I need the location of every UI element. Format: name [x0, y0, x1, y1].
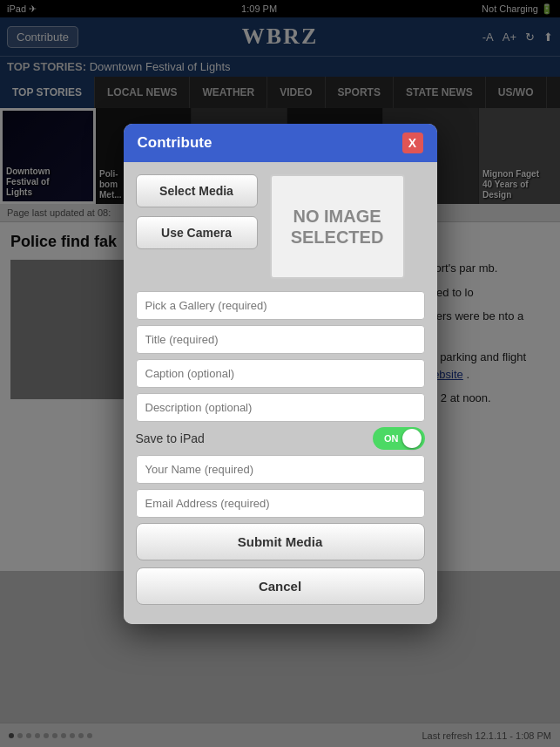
modal-close-button[interactable]: X	[402, 132, 423, 153]
toggle-on-label: ON	[384, 433, 399, 444]
modal-body: Select Media Use Camera NO IMAGE SELECTE…	[124, 162, 437, 624]
no-image-line2: SELECTED	[291, 227, 384, 248]
save-to-ipad-label: Save to iPad	[136, 431, 205, 445]
save-to-ipad-row: Save to iPad ON	[136, 427, 425, 450]
save-toggle[interactable]: ON	[373, 427, 425, 450]
select-media-button[interactable]: Select Media	[136, 174, 258, 207]
cancel-button[interactable]: Cancel	[136, 567, 425, 605]
modal-title: Contribute	[138, 134, 213, 152]
contribute-modal: Contribute X Select Media Use Camera NO …	[124, 124, 437, 624]
name-field[interactable]	[136, 455, 425, 484]
no-image-preview: NO IMAGE SELECTED	[270, 174, 405, 279]
modal-overlay: Contribute X Select Media Use Camera NO …	[0, 0, 560, 747]
title-field[interactable]	[136, 325, 425, 354]
media-section: Select Media Use Camera NO IMAGE SELECTE…	[136, 174, 425, 279]
use-camera-button[interactable]: Use Camera	[136, 216, 258, 249]
no-image-line1: NO IMAGE	[291, 206, 384, 227]
gallery-field[interactable]	[136, 291, 425, 320]
modal-header: Contribute X	[124, 124, 437, 162]
no-image-text: NO IMAGE SELECTED	[291, 206, 384, 248]
email-field[interactable]	[136, 489, 425, 518]
submit-media-button[interactable]: Submit Media	[136, 523, 425, 560]
caption-field[interactable]	[136, 359, 425, 388]
toggle-knob	[402, 429, 422, 448]
media-buttons: Select Media Use Camera	[136, 174, 258, 279]
description-field[interactable]	[136, 393, 425, 422]
